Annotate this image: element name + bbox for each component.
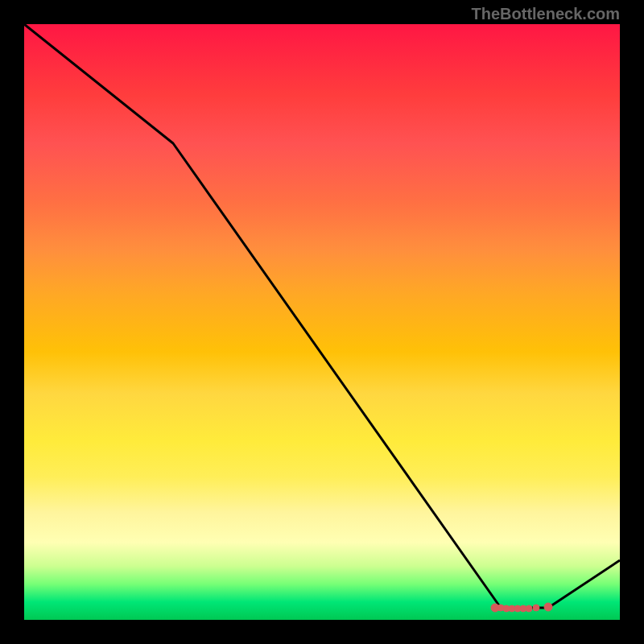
attribution-text: TheBottleneck.com bbox=[472, 5, 620, 23]
svg-point-6 bbox=[526, 605, 532, 612]
svg-point-8 bbox=[544, 603, 552, 611]
chart-svg bbox=[24, 24, 620, 620]
plot-area bbox=[24, 24, 620, 620]
curve-line bbox=[24, 24, 620, 608]
svg-point-7 bbox=[533, 605, 539, 611]
